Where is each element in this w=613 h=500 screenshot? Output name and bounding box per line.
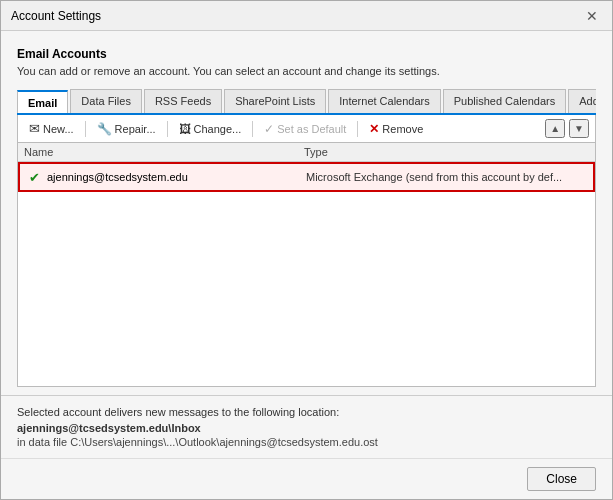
default-icon: ✓ <box>264 122 274 136</box>
separator-3 <box>252 121 253 137</box>
list-header: Name Type <box>18 143 595 162</box>
account-toolbar: ✉ New... 🔧 Repair... 🖼 Change... ✓ Set a… <box>17 115 596 143</box>
account-list: Name Type ✔ ajennings@tcsedsystem.edu Mi… <box>17 143 596 387</box>
move-down-button[interactable]: ▼ <box>569 119 589 138</box>
tab-address-books[interactable]: Address Books <box>568 89 596 113</box>
section-description: You can add or remove an account. You ca… <box>17 65 596 77</box>
set-default-label: Set as Default <box>277 123 346 135</box>
tab-email[interactable]: Email <box>17 90 68 114</box>
change-icon: 🖼 <box>179 122 191 136</box>
remove-label: Remove <box>382 123 423 135</box>
new-button[interactable]: ✉ New... <box>24 119 79 138</box>
repair-label: Repair... <box>115 123 156 135</box>
separator-1 <box>85 121 86 137</box>
repair-button[interactable]: 🔧 Repair... <box>92 120 161 138</box>
account-settings-dialog: Account Settings ✕ Email Accounts You ca… <box>0 0 613 500</box>
table-row[interactable]: ✔ ajennings@tcsedsystem.edu Microsoft Ex… <box>18 162 595 192</box>
remove-button[interactable]: ✕ Remove <box>364 120 428 138</box>
tab-data-files[interactable]: Data Files <box>70 89 142 113</box>
tab-bar: Email Data Files RSS Feeds SharePoint Li… <box>17 89 596 115</box>
change-label: Change... <box>194 123 242 135</box>
dialog-content: Email Accounts You can add or remove an … <box>1 31 612 395</box>
tab-internet-calendars[interactable]: Internet Calendars <box>328 89 441 113</box>
col-type-header: Type <box>304 146 589 158</box>
remove-icon: ✕ <box>369 122 379 136</box>
account-icon: ✔ <box>26 169 42 185</box>
footer-info: Selected account delivers new messages t… <box>1 395 612 458</box>
move-up-button[interactable]: ▲ <box>545 119 565 138</box>
tab-sharepoint[interactable]: SharePoint Lists <box>224 89 326 113</box>
title-bar: Account Settings ✕ <box>1 1 612 31</box>
new-icon: ✉ <box>29 121 40 136</box>
location-label: Selected account delivers new messages t… <box>17 406 596 418</box>
change-button[interactable]: 🖼 Change... <box>174 120 247 138</box>
col-name-header: Name <box>24 146 304 158</box>
new-label: New... <box>43 123 74 135</box>
tab-rss-feeds[interactable]: RSS Feeds <box>144 89 222 113</box>
separator-4 <box>357 121 358 137</box>
inbox-path: ajennings@tcsedsystem.edu\Inbox <box>17 422 596 434</box>
section-title: Email Accounts <box>17 47 596 61</box>
dialog-title: Account Settings <box>11 9 101 23</box>
tab-published-calendars[interactable]: Published Calendars <box>443 89 567 113</box>
account-name: ajennings@tcsedsystem.edu <box>47 171 188 183</box>
repair-icon: 🔧 <box>97 122 112 136</box>
row-name-cell: ✔ ajennings@tcsedsystem.edu <box>26 169 306 185</box>
set-default-button[interactable]: ✓ Set as Default <box>259 120 351 138</box>
separator-2 <box>167 121 168 137</box>
close-footer: Close <box>1 458 612 499</box>
row-type-cell: Microsoft Exchange (send from this accou… <box>306 171 587 183</box>
close-window-button[interactable]: ✕ <box>582 9 602 23</box>
close-button[interactable]: Close <box>527 467 596 491</box>
data-file-path: in data file C:\Users\ajennings\...\Outl… <box>17 436 596 448</box>
